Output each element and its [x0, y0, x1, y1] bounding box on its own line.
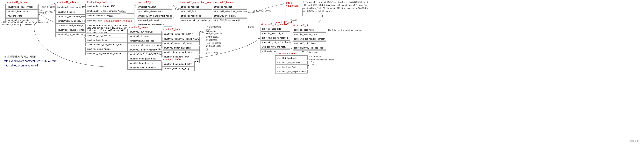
- edge-label: 成员: [42, 12, 47, 15]
- field: enum v4l2_priority prio: [137, 18, 172, 22]
- field: struct v4l2_subscribed_event *sev: [213, 9, 247, 13]
- field: struct list_head node: [292, 28, 326, 32]
- struct-title: struct video_device: [85, 0, 108, 4]
- struct-title: struct vb2_queue: [128, 25, 164, 29]
- struct-v4l2-ctrl-handler: struct v4l2_ctrl_handler struct list_hea…: [260, 23, 291, 54]
- field: struct v4l2_fh *owner: [128, 34, 164, 38]
- field: struct list_head queued_list: [128, 57, 164, 61]
- field: struct v4l2_event event: [213, 14, 247, 18]
- field: enum vb2_buffer_state state: [162, 46, 200, 50]
- v4l2-event-note: 对于struct v4l2_event_ctrl类型的struct v4l2_e…: [302, 1, 371, 13]
- struct-v4l2-ctrl-fields: struct v4l2_ctrl struct list_head node s…: [292, 23, 327, 55]
- field: struct v4l2_ctrl_handler *ctrl_handler: [86, 51, 134, 55]
- struct-v4l2-ctrl-ref: struct v4l2_ctrl_ref struct list_head no…: [275, 52, 308, 74]
- field: struct vb2_queue *queue: [86, 47, 134, 51]
- struct-v4l2-event: struct v4l2_event: [285, 1, 302, 16]
- field: v4l2_ctrl_notify_fnc notify: [260, 45, 290, 49]
- struct-title: struct v4l2_fh: [136, 1, 173, 4]
- field: struct v4l2_ctrl_ref *cached: [260, 36, 290, 40]
- field: struct media_entity entity 内嵌: [86, 4, 134, 8]
- field: struct list_head queued_entry: [162, 50, 200, 54]
- edge-label: 串成链: [247, 26, 254, 29]
- field: struct v4l2_ctrl_handler *ctrl_handler: [137, 14, 172, 18]
- struct-title: struct vb2_buffer: [162, 58, 194, 61]
- footer-block: 欢迎观看我发布的各个课程： https://edu.51cto.com/lect…: [4, 55, 57, 68]
- field: struct vb2_buffer *bufs[VIDEO_MAX_FRAME]: [128, 52, 164, 56]
- field: const struct vb2_mem_ops *mem_ops: [128, 43, 164, 47]
- struct-title: struct v4l2_event: [285, 1, 302, 8]
- field: struct vb2_fileio_data *fileio: [128, 66, 164, 70]
- struct-title: struct v4l2_device: [6, 1, 38, 4]
- field: v4l2_prio_state: [6, 14, 38, 18]
- field: const struct v4l2_ctrl_ops *ops: [292, 46, 326, 50]
- field: struct list_head subdevs: [6, 9, 38, 13]
- field: struct list_head list: [137, 5, 172, 9]
- struct-vb2-buffer-2: struct vb2_buffer struct list_head queue…: [162, 58, 194, 71]
- field: struct list_head ev_subs: [292, 32, 326, 36]
- field: enum v4l2_buf_type type: [128, 30, 164, 34]
- struct-v4l2-device: struct v4l2_device struct media_device *…: [6, 1, 38, 23]
- field: /* Set either parent or v4l2_dev if your…: [86, 24, 134, 33]
- footer-link-1[interactable]: https://edu.51cto.com/lecturer/8896847.h…: [4, 59, 57, 63]
- v4l2-device-footer: void (*notify)(struct v4l2_subdev *sd, u…: [1, 21, 56, 26]
- v4l2-event-label: struct v4l2_event: [253, 9, 271, 12]
- ref-note-2: for the hash single-link list: [309, 59, 334, 61]
- edge-label: 串成链: [290, 18, 297, 21]
- field: struct vb2_queue *vb2_queue: [162, 41, 200, 45]
- field: struct list_head done_list: [128, 61, 164, 65]
- field: struct v4l2_ctrl_helper *helper: [276, 70, 308, 73]
- field: struct list_head node: [276, 56, 308, 60]
- field: struct media_device *mdev: [6, 5, 38, 9]
- struct-title: struct v4l2_ctrl: [292, 23, 327, 27]
- edge-label: 串成链: [120, 11, 127, 14]
- field: struct list_head queued_entry: [162, 62, 194, 66]
- ctrl-handler-note: 各个结构体层次 都有 v4l2_ctrl_handler 用于本层次的 cont…: [206, 25, 222, 54]
- footer-link-2[interactable]: https://blog.csdn.net/gaoneil: [4, 64, 38, 67]
- field: const struct v4l2_file_operations *fops: [86, 9, 134, 13]
- field: struct cdev cdev 向应用层暴露出字符设备接口: [86, 19, 134, 23]
- field: struct v4l2_ctrl_handler *handler: [292, 37, 326, 41]
- field: const struct vb2_ops *ops: [128, 39, 164, 43]
- field: struct list_head list: [213, 5, 247, 9]
- ref-note-1: for sorted list: [309, 55, 322, 58]
- field: struct v4l2_ctrl **cluster: [292, 41, 326, 45]
- struct-title: struct v4l2_kevent: [212, 1, 248, 4]
- field: struct list_head ctrls: [260, 27, 290, 31]
- field: struct list_head ctrl_refs: [260, 31, 290, 35]
- field: struct device dev; /* v4l设备 */: [86, 14, 134, 18]
- edge-label: 串成链: [174, 8, 181, 10]
- field: struct list_head done_entry: [162, 66, 194, 70]
- edge-label: 成员: [158, 48, 163, 51]
- edge-label: 有list_head类成员: [41, 6, 59, 8]
- edge-label: 串成链: [220, 18, 227, 21]
- field: struct v4l2_ctrl *ctrl: [276, 65, 308, 69]
- field: const struct v4l2_ioctl_ops *ioctl_ops: [86, 43, 134, 46]
- ev-subs-note: The list of control event subscriptions: [328, 29, 363, 31]
- field: struct list_head fh_list: [86, 38, 134, 42]
- struct-v4l2-kevent: struct v4l2_kevent struct list_head list…: [212, 1, 248, 23]
- watermark-logo: 创龙互联: [627, 138, 642, 144]
- struct-title: struct vb2_buffer: [162, 27, 200, 31]
- field: struct v4l2_buffer v4l2_buf 内嵌: [162, 32, 200, 36]
- edge-label: 串成链: [284, 41, 291, 44]
- field: struct video_device *vdev: [137, 9, 172, 13]
- field: struct v4l2_kevent events[]: [213, 18, 247, 22]
- field: struct v4l2_ctrl_ref *next: [276, 61, 308, 65]
- field: struct v4l2_plane v4l2_planes[VIDEO_MAX_…: [162, 37, 200, 41]
- footer-title: 欢迎观看我发布的各个课程：: [4, 55, 57, 59]
- struct-title: struct v4l2_ctrl_ref: [275, 52, 308, 55]
- field: struct v4l2_prio_state *prio: [86, 34, 134, 37]
